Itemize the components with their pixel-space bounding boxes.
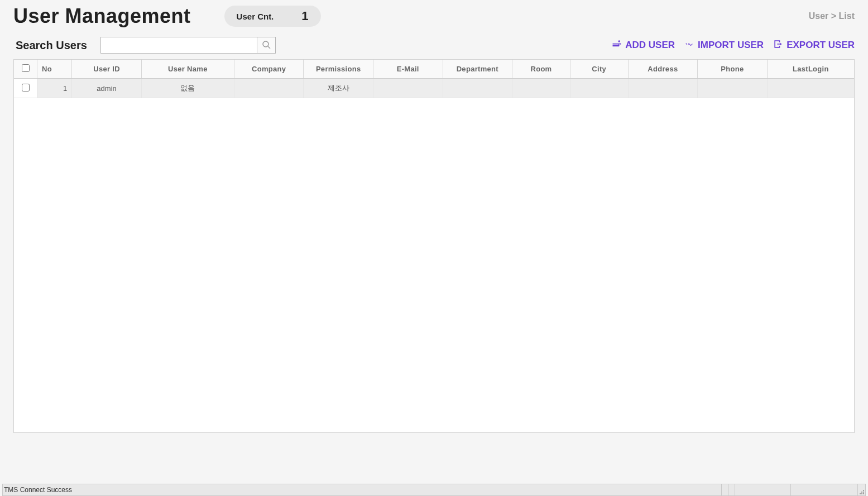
add-user-label: ADD USER: [625, 40, 675, 51]
user-table: No User ID User Name Company Permissions…: [14, 60, 854, 98]
header-permissions[interactable]: Permissions: [304, 60, 373, 79]
svg-point-5: [861, 492, 862, 493]
cell-phone: [698, 79, 768, 98]
status-cell-4: [790, 484, 857, 495]
svg-point-0: [263, 41, 268, 47]
user-count-value: 1: [301, 9, 308, 23]
header-room[interactable]: Room: [512, 60, 570, 79]
export-user-button[interactable]: EXPORT USER: [773, 38, 855, 52]
search-input[interactable]: [100, 37, 257, 54]
header-phone[interactable]: Phone: [698, 60, 768, 79]
import-user-icon: [684, 38, 695, 52]
cell-room: [512, 79, 570, 98]
cell-department: [443, 79, 512, 98]
user-count-badge: User Cnt. 1: [224, 6, 321, 27]
header-department[interactable]: Department: [443, 60, 512, 79]
page-title: User Management: [13, 4, 191, 28]
header-company[interactable]: Company: [234, 60, 304, 79]
status-cell-1: [721, 484, 728, 495]
header-city[interactable]: City: [570, 60, 628, 79]
cell-no: 1: [37, 79, 72, 98]
header-user-name[interactable]: User Name: [141, 60, 234, 79]
cell-company: [234, 79, 304, 98]
table-row[interactable]: 1 admin 없음 제조사: [14, 79, 854, 98]
search-box: [100, 37, 276, 54]
user-count-label: User Cnt.: [237, 12, 274, 21]
status-cell-3: [735, 484, 790, 495]
header-last-login[interactable]: LastLogin: [767, 60, 854, 79]
svg-point-8: [860, 493, 861, 494]
svg-line-1: [268, 46, 270, 49]
add-user-button[interactable]: ADD USER: [611, 38, 675, 52]
status-bar: TMS Connect Success: [2, 484, 866, 496]
row-checkbox-cell: [14, 79, 37, 98]
svg-point-3: [863, 490, 864, 491]
import-user-label: IMPORT USER: [698, 40, 764, 51]
status-text: TMS Connect Success: [3, 486, 721, 494]
search-icon: [262, 40, 271, 51]
search-label: Search Users: [16, 39, 87, 52]
cell-email: [373, 79, 443, 98]
cell-city: [570, 79, 628, 98]
cell-permissions: 제조사: [304, 79, 373, 98]
user-table-wrapper: No User ID User Name Company Permissions…: [13, 59, 855, 433]
cell-user-id: admin: [72, 79, 142, 98]
add-user-icon: [611, 38, 622, 52]
import-user-button[interactable]: IMPORT USER: [684, 38, 764, 52]
search-button[interactable]: [257, 37, 276, 54]
status-cell-2: [728, 484, 735, 495]
resize-grip-icon[interactable]: [857, 484, 865, 495]
header-checkbox-cell: [14, 60, 37, 79]
svg-point-2: [618, 40, 620, 42]
breadcrumb: User > List: [809, 11, 855, 21]
svg-point-6: [863, 493, 864, 494]
svg-point-7: [861, 493, 862, 494]
cell-user-name: 없음: [141, 79, 234, 98]
export-user-label: EXPORT USER: [787, 40, 855, 51]
svg-point-4: [863, 492, 864, 493]
header-address[interactable]: Address: [628, 60, 698, 79]
export-user-icon: [773, 38, 784, 52]
header-user-id[interactable]: User ID: [72, 60, 142, 79]
cell-last-login: [767, 79, 854, 98]
table-header-row: No User ID User Name Company Permissions…: [14, 60, 854, 79]
header-email[interactable]: E-Mail: [373, 60, 443, 79]
row-checkbox[interactable]: [22, 84, 30, 92]
select-all-checkbox[interactable]: [22, 64, 30, 72]
cell-address: [628, 79, 698, 98]
header-no[interactable]: No: [37, 60, 72, 79]
